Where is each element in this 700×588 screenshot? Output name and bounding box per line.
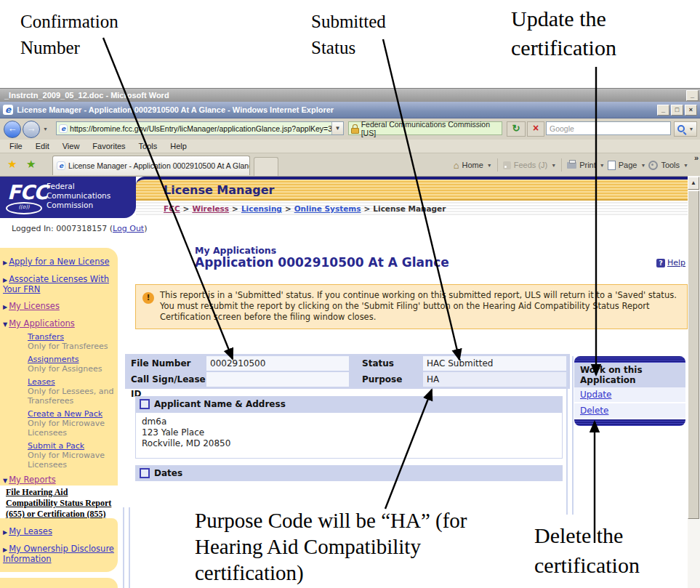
breadcrumb-separator: >: [285, 204, 291, 213]
search-options-dropdown-icon[interactable]: ▼: [689, 126, 694, 132]
file-number-value: 0002910500: [206, 356, 349, 371]
home-icon: ⌂: [454, 160, 459, 171]
sidebar-item-my-reports[interactable]: ▼My Reports: [3, 475, 115, 486]
section-label: My Applications: [195, 245, 276, 256]
uls-app-name: License Manager: [164, 183, 274, 197]
add-favorite-star-icon[interactable]: ★: [26, 158, 36, 169]
content-right-border: [566, 356, 568, 515]
logged-in-status: Logged In: 0007318157 (Log Out): [12, 224, 147, 233]
search-input[interactable]: [547, 124, 670, 133]
url-dropdown-icon[interactable]: ▼: [331, 122, 343, 134]
favorites-star-icon[interactable]: ★: [7, 158, 17, 169]
applicant-section-header: Applicant Name & Address: [135, 396, 563, 412]
delete-link[interactable]: Delete: [574, 403, 685, 419]
workbox-header: Work on this Application: [574, 363, 685, 387]
applicant-header-label: Applicant Name & Address: [154, 399, 286, 409]
sidebar-item-transfers[interactable]: TransfersOnly for Transferees: [28, 332, 115, 351]
ie-address-bar: ← → ▼ e ▼ Federal Communications Commiss…: [0, 118, 700, 140]
security-badge[interactable]: Federal Communications Commission [US]: [348, 121, 502, 135]
purpose-label: Purpose: [356, 372, 423, 387]
page-title: Application 0002910500 At A Glance: [195, 255, 449, 270]
address-field[interactable]: e ▼: [56, 121, 344, 135]
breadcrumb-licensing[interactable]: Licensing: [241, 204, 282, 213]
sidebar-item-apply-new-license[interactable]: ▶Apply for a New License: [3, 257, 115, 267]
browser-tab[interactable]: e License Manager - Application 00029105…: [52, 156, 250, 175]
search-go-button[interactable]: ▼: [674, 121, 697, 137]
home-dropdown-icon[interactable]: ▼: [487, 163, 492, 168]
ie-close-button[interactable]: ×: [685, 105, 697, 116]
tools-dropdown-icon[interactable]: ▼: [683, 163, 688, 168]
ie-minimize-button[interactable]: _: [657, 105, 669, 116]
feeds-dropdown-icon[interactable]: ▼: [551, 163, 556, 168]
vertical-scrollbar[interactable]: ▲: [688, 176, 700, 588]
ie-tab-bar: ★ ★ e License Manager - Application 0002…: [0, 153, 700, 177]
tools-button[interactable]: Tools: [661, 161, 680, 169]
toolbar-overflow-chevron[interactable]: »: [694, 153, 699, 162]
scroll-up-icon[interactable]: ▲: [688, 177, 699, 190]
scrollbar-thumb[interactable]: [688, 190, 699, 519]
sidebar-item-assignments[interactable]: AssignmentsOnly for Assignees: [28, 355, 115, 374]
page-button[interactable]: Page: [619, 161, 637, 169]
sidebar-item-my-ownership-disclosure[interactable]: ▶My Ownership Disclosure Information: [3, 544, 115, 564]
tab-title: License Manager - Application 0002910500…: [68, 161, 250, 170]
collapsed-arrow-icon: ▶: [3, 258, 7, 267]
logged-in-text-suffix: ): [144, 224, 147, 233]
expanded-arrow-icon: ▼: [3, 476, 7, 486]
dates-header-label: Dates: [154, 468, 182, 478]
logout-link[interactable]: Log Out: [113, 224, 144, 233]
breadcrumb-separator: >: [364, 204, 371, 213]
nav-history-dropdown-icon[interactable]: ▼: [43, 126, 48, 132]
file-number-label: File Number: [125, 356, 206, 371]
breadcrumb-fcc[interactable]: FCC: [164, 204, 180, 213]
applicant-street: 123 Yale Place: [142, 427, 556, 438]
menu-view[interactable]: View: [56, 142, 87, 150]
warning-icon: !: [142, 292, 154, 304]
sidebar-item-submit-a-pack[interactable]: Submit a PackOnly for Microwave Licensee…: [28, 441, 115, 470]
sidebar-item-associate-licenses[interactable]: ▶Associate Licenses With Your FRN: [3, 275, 115, 294]
sidebar-item-leases[interactable]: LeasesOnly for Lessees, and Transferees: [28, 377, 115, 406]
sidebar-note: Only for Assignees: [28, 364, 115, 374]
section-square-icon: [140, 399, 150, 409]
workbox-bottom-cap: [574, 419, 685, 426]
back-button[interactable]: ←: [4, 121, 21, 138]
fcc-logo-ellipse-icon: ((o)): [6, 202, 42, 214]
menu-edit[interactable]: Edit: [29, 142, 56, 150]
menu-favorites[interactable]: Favorites: [86, 142, 132, 150]
sidebar-item-my-leases[interactable]: ▶My Leases: [3, 527, 115, 537]
logged-in-text: Logged In: 0007318157 (: [12, 224, 113, 233]
ie-maximize-button[interactable]: □: [671, 105, 683, 116]
refresh-button[interactable]: ↻: [507, 121, 526, 137]
feeds-button[interactable]: Feeds (J): [514, 161, 547, 169]
new-tab-stub[interactable]: [254, 157, 278, 176]
breadcrumb-online-systems[interactable]: Online Systems: [294, 204, 361, 213]
sidebar-item-my-licenses[interactable]: ▶My Licenses: [3, 302, 115, 312]
uls-gold-header-band: License Manager: [136, 177, 688, 201]
menu-file[interactable]: File: [3, 142, 29, 150]
print-button[interactable]: Print: [579, 161, 596, 169]
sidebar-item-file-hearing-aid-report[interactable]: File Hearing Aid Compatibility Status Re…: [6, 487, 116, 520]
warning-box: ! This report is in a 'Submitted' status…: [135, 284, 688, 329]
forward-button[interactable]: →: [23, 121, 40, 138]
breadcrumb-wireless[interactable]: Wireless: [192, 204, 229, 213]
sidebar-divider-line: [129, 507, 130, 588]
home-button[interactable]: Home: [462, 161, 483, 169]
help-widget: ? Help: [656, 258, 685, 267]
screenshot-root: Confirmation Number Submitted Status Upd…: [0, 0, 700, 588]
page-dropdown-icon[interactable]: ▼: [640, 163, 645, 168]
menu-help[interactable]: Help: [164, 142, 193, 150]
menu-tools[interactable]: Tools: [132, 142, 164, 150]
print-dropdown-icon[interactable]: ▼: [600, 163, 605, 168]
word-minimize-button[interactable]: _: [686, 90, 699, 101]
search-box[interactable]: [546, 121, 671, 135]
stop-button[interactable]: ×: [527, 121, 544, 137]
sidebar-note: Only for Microwave Licensees: [28, 451, 115, 470]
help-link[interactable]: Help: [667, 258, 685, 267]
annotation-purpose-code: Purpose Code will be “HA” (for Hearing A…: [195, 507, 467, 586]
section-square-icon: [140, 468, 150, 478]
sidebar-item-my-applications[interactable]: ▼My Applications: [3, 319, 115, 329]
update-link[interactable]: Update: [574, 387, 685, 403]
sidebar-item-create-new-pack[interactable]: Create a New PackOnly for Microwave Lice…: [28, 409, 115, 438]
url-input[interactable]: [70, 124, 331, 133]
status-value: HAC Submitted: [423, 356, 567, 371]
word-title-bar: _Instrctn_2009_05_12.doc - Microsoft Wor…: [0, 88, 700, 102]
